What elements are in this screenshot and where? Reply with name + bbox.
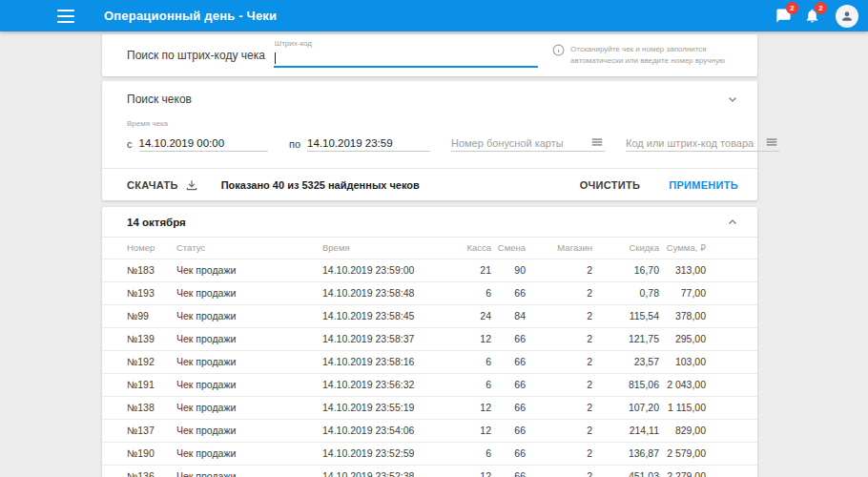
table-body: №183Чек продажи14.10.2019 23:59:00219021… bbox=[102, 259, 757, 477]
column-header: Магазин bbox=[526, 238, 592, 259]
table-cell: Чек продажи bbox=[176, 281, 322, 304]
table-cell: 14.10.2019 23:58:48 bbox=[322, 281, 426, 304]
menu-icon[interactable] bbox=[57, 10, 74, 23]
table-cell: 6 bbox=[426, 373, 491, 396]
table-cell: 14.10.2019 23:54:06 bbox=[322, 419, 426, 442]
table-row[interactable]: №190Чек продажи14.10.2019 23:52:59666213… bbox=[102, 442, 757, 465]
table-cell: 66 bbox=[491, 350, 526, 373]
table-cell: 66 bbox=[491, 465, 526, 477]
date-to-input[interactable] bbox=[307, 135, 430, 152]
chevron-down-icon[interactable] bbox=[727, 93, 738, 105]
column-header: Касса bbox=[426, 238, 491, 259]
main-content: Поиск по штрих-коду чека Штрих-код Отска… bbox=[0, 31, 868, 477]
table-cell: 2 bbox=[526, 419, 592, 442]
product-code-field bbox=[626, 135, 779, 152]
table-cell: 313,00 bbox=[659, 259, 757, 281]
receipts-table: НомерСтатусВремяКассаСменаМагазинСкидкаС… bbox=[102, 238, 757, 477]
table-cell: 21 bbox=[426, 259, 491, 281]
messages-button[interactable]: 2 bbox=[773, 6, 794, 27]
table-cell: Чек продажи bbox=[176, 442, 322, 465]
column-header: Скидка bbox=[592, 238, 659, 259]
table-row[interactable]: №191Чек продажи14.10.2019 23:56:32666281… bbox=[102, 373, 757, 396]
chevron-up-icon[interactable] bbox=[727, 217, 738, 228]
barcode-hint: Отсканируйте чек и номер заполнится авто… bbox=[552, 44, 733, 68]
download-icon bbox=[185, 178, 198, 192]
date-group-title: 14 октября bbox=[127, 217, 186, 228]
table-row[interactable]: №139Чек продажи14.10.2019 23:58:37126621… bbox=[102, 327, 757, 350]
table-cell: №190 bbox=[102, 442, 176, 465]
table-cell: 14.10.2019 23:56:32 bbox=[322, 373, 426, 396]
table-cell: 2 bbox=[526, 327, 592, 350]
time-filter-label: Время чека bbox=[127, 119, 168, 128]
table-row[interactable]: №183Чек продажи14.10.2019 23:59:00219021… bbox=[102, 259, 757, 281]
date-to-group: по bbox=[289, 135, 430, 152]
table-row[interactable]: №99Чек продажи14.10.2019 23:58:452484211… bbox=[102, 304, 757, 327]
text-caret bbox=[275, 52, 276, 64]
table-cell: 2 579,00 bbox=[659, 442, 757, 465]
column-header: Номер bbox=[102, 238, 176, 259]
app-bar: Операционный день - Чеки 2 2 bbox=[0, 0, 868, 31]
clear-button[interactable]: ОЧИСТИТЬ bbox=[580, 179, 641, 191]
page-title: Операционный день - Чеки bbox=[104, 9, 277, 23]
table-row[interactable]: №193Чек продажи14.10.2019 23:58:4866620,… bbox=[102, 281, 757, 304]
table-row[interactable]: №192Чек продажи14.10.2019 23:58:16666223… bbox=[102, 350, 757, 373]
table-cell: 14.10.2019 23:59:00 bbox=[322, 259, 426, 281]
barcode-field: Штрих-код bbox=[274, 49, 538, 68]
notifications-badge: 2 bbox=[815, 2, 827, 14]
list-icon[interactable] bbox=[587, 135, 605, 151]
table-cell: №193 bbox=[102, 281, 176, 304]
apply-button[interactable]: ПРИМЕНИТЬ bbox=[669, 179, 738, 191]
table-cell: 2 bbox=[526, 396, 592, 419]
table-cell: 90 bbox=[491, 259, 526, 281]
barcode-input[interactable] bbox=[274, 51, 538, 68]
table-cell: 14.10.2019 23:58:16 bbox=[322, 350, 426, 373]
table-cell: №183 bbox=[102, 259, 176, 281]
table-cell: №136 bbox=[102, 465, 176, 477]
table-cell: 2 bbox=[526, 465, 592, 477]
table-cell: 84 bbox=[491, 304, 526, 327]
table-cell: №99 bbox=[102, 304, 176, 327]
person-icon bbox=[840, 10, 854, 23]
appbar-actions: 2 2 bbox=[773, 5, 868, 28]
product-code-input[interactable] bbox=[626, 135, 761, 151]
table-row[interactable]: №137Чек продажи14.10.2019 23:54:06126622… bbox=[102, 419, 757, 442]
table-cell: 12 bbox=[426, 465, 491, 477]
table-cell: Чек продажи bbox=[176, 350, 322, 373]
table-cell: 2 bbox=[526, 442, 592, 465]
table-cell: 66 bbox=[491, 442, 526, 465]
filters-card: Поиск чеков Время чека с по bbox=[102, 81, 757, 200]
column-header: Сумма, ₽ bbox=[659, 238, 757, 259]
table-cell: 6 bbox=[426, 281, 491, 304]
table-cell: Чек продажи bbox=[176, 327, 322, 350]
table-row[interactable]: №138Чек продажи14.10.2019 23:55:19126621… bbox=[102, 396, 757, 419]
date-from-input[interactable] bbox=[139, 135, 269, 152]
barcode-hint-text: Отсканируйте чек и номер заполнится авто… bbox=[570, 44, 733, 68]
filters-header[interactable]: Поиск чеков bbox=[102, 81, 757, 114]
table-cell: 451,03 bbox=[592, 465, 659, 477]
user-avatar[interactable] bbox=[836, 5, 858, 28]
table-cell: 14.10.2019 23:58:45 bbox=[322, 304, 426, 327]
date-group-header[interactable]: 14 октября bbox=[102, 207, 757, 238]
filters-title: Поиск чеков bbox=[127, 93, 192, 106]
notifications-button[interactable]: 2 bbox=[801, 6, 822, 27]
table-cell: 77,00 bbox=[659, 281, 757, 304]
table-cell: 829,00 bbox=[659, 419, 757, 442]
list-icon[interactable] bbox=[761, 135, 779, 151]
table-cell: 0,78 bbox=[592, 281, 659, 304]
table-row[interactable]: №136Чек продажи14.10.2019 23:52:38126624… bbox=[102, 465, 757, 477]
messages-badge: 2 bbox=[786, 2, 798, 14]
download-button[interactable]: СКАЧАТЬ bbox=[127, 178, 198, 192]
table-cell: 14.10.2019 23:52:59 bbox=[322, 442, 426, 465]
table-cell: 16,70 bbox=[592, 259, 659, 281]
table-cell: 24 bbox=[426, 304, 491, 327]
barcode-search-card: Поиск по штрих-коду чека Штрих-код Отска… bbox=[102, 34, 757, 76]
table-cell: 14.10.2019 23:55:19 bbox=[322, 396, 426, 419]
filters-actions-row: СКАЧАТЬ Показано 40 из 5325 найденных че… bbox=[102, 169, 757, 200]
column-header: Время bbox=[322, 238, 426, 259]
results-count-text: Показано 40 из 5325 найденных чеков bbox=[221, 179, 420, 191]
table-cell: 66 bbox=[491, 327, 526, 350]
table-cell: №139 bbox=[102, 327, 176, 350]
table-cell: 295,00 bbox=[659, 327, 757, 350]
bonus-card-input[interactable] bbox=[451, 135, 587, 151]
table-cell: 66 bbox=[491, 396, 526, 419]
